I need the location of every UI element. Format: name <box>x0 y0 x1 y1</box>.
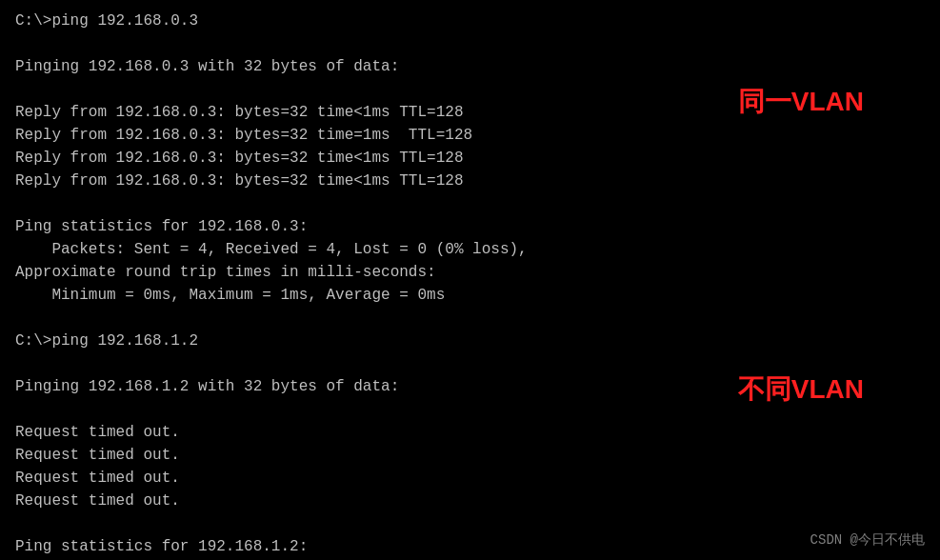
terminal-line: Ping statistics for 192.168.0.3: <box>15 215 925 238</box>
watermark: CSDN @今日不供电 <box>810 531 925 549</box>
terminal-line: Request timed out. <box>15 421 925 444</box>
terminal-line: Minimum = 0ms, Maximum = 1ms, Average = … <box>15 284 925 307</box>
terminal-line: C:\>ping 192.168.0.3 <box>15 10 925 32</box>
terminal-line <box>15 192 925 215</box>
terminal-line: Reply from 192.168.0.3: bytes=32 time=1m… <box>15 124 925 147</box>
terminal-line: Packets: Sent = 4, Received = 4, Lost = … <box>15 238 925 261</box>
terminal-line: Request timed out. <box>15 467 925 490</box>
terminal-line: Reply from 192.168.0.3: bytes=32 time<1m… <box>15 147 925 170</box>
terminal-line <box>15 32 925 55</box>
terminal-line: Pinging 192.168.0.3 with 32 bytes of dat… <box>15 55 925 78</box>
terminal-line <box>15 307 925 330</box>
terminal-line: Ping statistics for 192.168.1.2: <box>15 535 925 558</box>
terminal-line: C:\>ping 192.168.1.2 <box>15 330 925 352</box>
terminal-window: C:\>ping 192.168.0.3 Pinging 192.168.0.3… <box>0 0 940 560</box>
terminal-line <box>15 512 925 535</box>
terminal-line: Reply from 192.168.0.3: bytes=32 time<1m… <box>15 170 925 192</box>
same-vlan-annotation: 同一VLAN <box>738 84 864 120</box>
terminal-line: Request timed out. <box>15 490 925 512</box>
terminal-line: Request timed out. <box>15 444 925 467</box>
diff-vlan-annotation: 不同VLAN <box>738 371 864 408</box>
terminal-line: Approximate round trip times in milli-se… <box>15 261 925 284</box>
